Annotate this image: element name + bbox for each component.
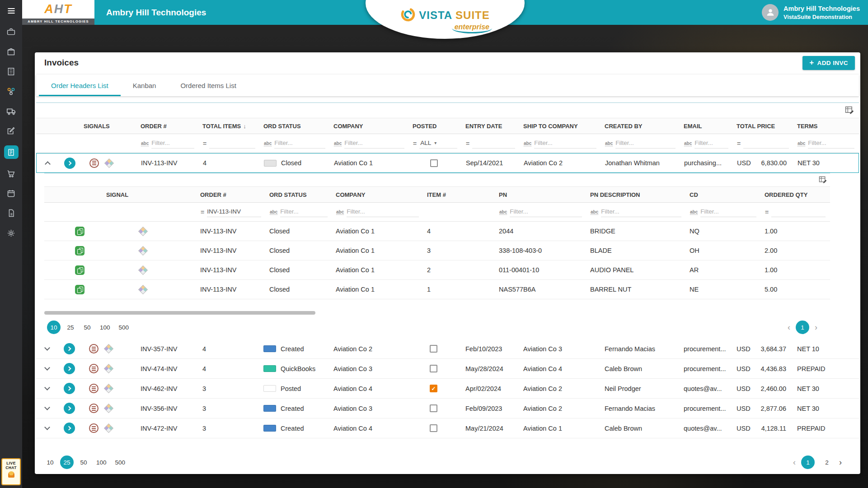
horizontal-scrollbar[interactable] (44, 311, 315, 315)
company-logo[interactable]: A H T AMBRY HILL TECHNOLOGIES (22, 0, 94, 25)
col-total-items[interactable]: TOTAL ITEMS↓ (199, 123, 260, 130)
page-number[interactable]: 2 (820, 455, 834, 469)
col-ord-status[interactable]: ORD STATUS (260, 123, 330, 130)
expand-row-icon[interactable] (44, 345, 50, 351)
col-terms[interactable]: TERMS (793, 123, 859, 130)
expand-row-icon[interactable] (44, 385, 50, 390)
page-size-option[interactable]: 50 (80, 321, 94, 334)
col-company[interactable]: COMPANY (330, 123, 409, 130)
kite-signal-icon[interactable] (138, 284, 148, 294)
filter-entry-date-input[interactable] (472, 138, 515, 149)
kite-signal-icon[interactable] (138, 265, 148, 274)
invoice-signal-icon[interactable] (89, 423, 99, 433)
invoice-row[interactable]: INV-357-INV 4 Created Aviation Co 2 ✓ Fe… (36, 339, 859, 359)
col-email[interactable]: EMAIL (680, 123, 733, 130)
invoice-signal-icon[interactable] (89, 158, 99, 168)
subcol-status[interactable]: ORD STATUS (266, 191, 332, 198)
col-created-by[interactable]: CREATED BY (601, 123, 680, 130)
copy-item-icon[interactable] (75, 246, 84, 256)
invoice-signal-icon[interactable] (89, 384, 99, 393)
sub-filter-cd-input[interactable] (700, 207, 756, 217)
posted-checkbox[interactable]: ✓ (430, 424, 437, 432)
subcol-pn[interactable]: PN (495, 191, 586, 198)
col-ship-to[interactable]: SHIP TO COMPANY (520, 123, 601, 130)
page-size-option[interactable]: 10 (43, 455, 57, 469)
open-invoice-button[interactable] (64, 403, 75, 414)
live-chat-badge[interactable]: LIVE CHAT (1, 458, 21, 485)
invoice-row[interactable]: INV-462-INV 3 Posted Aviation Co 4 ✓ Apr… (36, 379, 859, 399)
col-signals[interactable]: SIGNALS (80, 123, 137, 130)
subcol-company[interactable]: COMPANY (332, 191, 423, 198)
invoice-row[interactable]: INV-474-INV 4 QuickBooks Aviation Co 3 ✓… (36, 359, 859, 379)
filter-ship-to-input[interactable] (534, 138, 596, 149)
posted-checkbox[interactable]: ✓ (430, 404, 437, 412)
package-icon[interactable] (5, 46, 18, 57)
col-order[interactable]: ORDER # (137, 123, 199, 130)
invoice-signal-icon[interactable] (89, 344, 99, 353)
subcol-qty[interactable]: ORDERED QTY (761, 191, 830, 198)
sub-filter-status-input[interactable] (280, 207, 328, 217)
filter-order-input[interactable] (151, 138, 194, 149)
subcol-desc[interactable]: PN DESCRIPTION (586, 191, 686, 198)
page-number[interactable]: 1 (801, 455, 815, 469)
kite-signal-icon[interactable] (104, 404, 113, 413)
filter-terms-input[interactable] (808, 138, 854, 149)
kite-signal-icon[interactable] (138, 246, 148, 255)
sub-filter-order-input[interactable] (207, 207, 261, 217)
integrations-icon[interactable] (5, 86, 18, 97)
edit-columns-icon[interactable] (845, 106, 854, 115)
subcol-cd[interactable]: CD (686, 191, 761, 198)
edit-quote-icon[interactable] (5, 125, 18, 136)
sub-filter-pn-input[interactable] (510, 207, 582, 217)
filter-created-by-input[interactable] (615, 138, 676, 149)
hamburger-menu-icon[interactable] (5, 5, 18, 16)
col-entry-date[interactable]: ENTRY DATE (462, 123, 520, 130)
edit-columns-icon[interactable] (819, 176, 827, 184)
posted-checkbox[interactable]: ✓ (430, 365, 437, 372)
tab-kanban[interactable]: Kanban (121, 74, 169, 96)
page-size-option[interactable]: 100 (97, 321, 113, 334)
posted-checkbox[interactable]: ✓ (430, 385, 437, 392)
open-invoice-button[interactable] (64, 363, 75, 374)
filter-company-input[interactable] (344, 138, 404, 149)
invoice-row[interactable]: INV-113-INV 4 Closed Aviation Co 1 ✓ Sep… (36, 153, 859, 173)
copy-item-icon[interactable] (75, 285, 84, 294)
open-invoice-button[interactable] (64, 343, 75, 354)
page-size-option[interactable]: 500 (113, 455, 128, 469)
briefcase-icon[interactable] (5, 26, 18, 37)
user-menu[interactable]: Ambry Hill Technologies VistaSuite Demon… (762, 4, 860, 21)
invoices-icon[interactable] (4, 145, 19, 159)
copy-item-icon[interactable] (75, 227, 84, 236)
page-size-option[interactable]: 500 (116, 321, 132, 334)
tab-order-headers-list[interactable]: Order Headers List (39, 74, 121, 96)
open-invoice-button[interactable] (64, 158, 75, 169)
page-size-option[interactable]: 25 (60, 455, 74, 469)
tab-ordered-items-list[interactable]: Ordered Items List (168, 74, 248, 96)
copy-item-icon[interactable] (75, 265, 84, 275)
ordered-item-row[interactable]: INV-113-INV Closed Aviation Co 1 2 011-0… (44, 260, 830, 280)
expand-row-icon[interactable] (44, 424, 50, 430)
page-size-option[interactable]: 50 (77, 455, 90, 469)
settings-gear-icon[interactable] (5, 228, 18, 238)
kite-signal-icon[interactable] (104, 158, 114, 167)
expand-row-icon[interactable] (44, 404, 50, 410)
page-size-option[interactable]: 10 (47, 321, 61, 334)
invoice-signal-icon[interactable] (89, 404, 99, 413)
kite-signal-icon[interactable] (104, 344, 113, 353)
page-size-option[interactable]: 100 (94, 455, 109, 469)
invoice-row[interactable]: INV-356-INV 3 Created Aviation Co 3 ✓ Fe… (36, 399, 859, 418)
open-invoice-button[interactable] (64, 423, 75, 434)
page-size-option[interactable]: 25 (64, 321, 77, 334)
sub-filter-company-input[interactable] (347, 207, 419, 217)
open-invoice-button[interactable] (64, 383, 75, 394)
add-invoice-button[interactable]: + ADD INVC (802, 56, 855, 70)
col-total-price[interactable]: TOTAL PRICE (733, 123, 793, 130)
filter-email-input[interactable] (694, 138, 728, 149)
subcol-item[interactable]: ITEM # (423, 191, 495, 198)
filter-status-input[interactable] (274, 138, 325, 149)
prev-page-icon[interactable]: ‹ (793, 458, 796, 467)
kite-signal-icon[interactable] (104, 364, 113, 373)
filter-posted-dropdown[interactable]: ALL▾ (419, 138, 457, 149)
cart-icon[interactable] (5, 168, 18, 179)
calendar-icon[interactable] (5, 188, 18, 199)
